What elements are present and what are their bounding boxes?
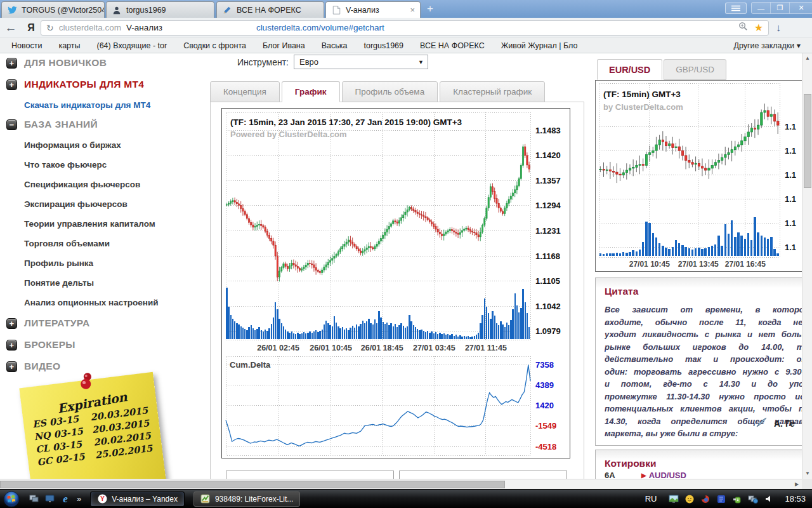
close-button[interactable]: ✕ [790, 3, 812, 13]
sidebar-section-indicators[interactable]: +ИНДИКАТОРЫ ДЛЯ МТ4 [6, 79, 209, 90]
scroll-up-icon[interactable]: ▲ [802, 53, 812, 64]
address-bar: ← Я ↻ clusterdelta.com V-анализ clusterd… [0, 18, 812, 38]
taskbar-button-liteforex[interactable]: 938489: LiteForex-Lit... [193, 491, 300, 507]
vertical-scroll-thumb[interactable] [804, 94, 811, 188]
bookmark-item[interactable]: Новости [11, 41, 42, 50]
sidebar-item-expiration[interactable]: Экспирация фьючерсов [24, 199, 209, 209]
new-tab-button[interactable]: + [422, 3, 438, 15]
pencil-icon [222, 5, 232, 15]
content-tabs: Концепция График Профиль объема Кластерн… [210, 81, 545, 102]
sidebar-item-capital[interactable]: Теории управления капиталом [24, 219, 209, 229]
language-indicator[interactable]: RU [645, 494, 657, 504]
vertical-scrollbar[interactable]: ▲ ▼ [802, 53, 812, 479]
svg-text:(TF: 15min, 23 Jan 2015 17:30,: (TF: 15min, 23 Jan 2015 17:30, 27 Jan 20… [230, 117, 462, 127]
volume-tray-icon[interactable] [764, 494, 774, 504]
sidebar-item-futures[interactable]: Что такое фьючерс [24, 160, 209, 170]
svg-text:Powered by ClusterDelta.com: Powered by ClusterDelta.com [230, 130, 347, 139]
tab-cluster-chart[interactable]: Кластерный график [440, 81, 545, 102]
scroll-down-icon[interactable]: ▼ [802, 469, 812, 479]
sidebar-link-download-indicators[interactable]: Скачать индикаторы для МТ4 [24, 100, 209, 110]
instrument-row: Инструмент: Евро ▼ [209, 55, 590, 69]
picture-viewer-tray-icon[interactable] [669, 494, 679, 504]
restore-button[interactable]: ❐ [771, 3, 790, 13]
clock[interactable]: 18:53 [785, 494, 806, 504]
svg-text:1420: 1420 [535, 401, 554, 410]
network-tray-icon[interactable] [748, 494, 758, 504]
swirl-tray-icon[interactable] [700, 494, 710, 504]
main-chart-frame: 1.14831.14201.13571.12941.12311.11681.11… [221, 108, 570, 458]
quick-launch: e [29, 494, 70, 504]
sidebar-item-delta[interactable]: Понятие дельты [24, 278, 209, 288]
sidebar-item-exchanges[interactable]: Информация о биржах [24, 140, 209, 150]
sidebar-item-options[interactable]: Анализ опционных настроений [24, 298, 209, 307]
svg-text:7358: 7358 [535, 360, 554, 370]
bookmark-item[interactable]: Живой Журнал | Бло [501, 41, 578, 50]
minimize-button[interactable]: — [752, 3, 771, 13]
tab-gbpusd[interactable]: GBP/USD [664, 59, 726, 80]
tab-volume-profile[interactable]: Профиль объема [342, 81, 438, 102]
tab-eurusd[interactable]: EUR/USD [597, 59, 662, 80]
sidebar-section-knowledge[interactable]: −БАЗА ЗНАНИЙ [6, 119, 209, 130]
plus-icon[interactable]: + [6, 318, 17, 329]
horizontal-scroll-thumb[interactable] [0, 481, 505, 488]
show-desktop-icon[interactable] [29, 494, 39, 504]
plus-icon[interactable]: + [6, 79, 17, 90]
sidebar-item-futures-spec[interactable]: Спецификация фьючерсов [24, 180, 209, 189]
blue-app-tray-icon[interactable] [716, 494, 726, 504]
plus-icon[interactable]: + [6, 361, 17, 372]
url-field[interactable]: ↻ clusterdelta.com V-анализ clusterdelta… [41, 20, 769, 36]
svg-text:1.1483: 1.1483 [535, 126, 561, 135]
sidebar-section-novice[interactable]: +ДЛЯ НОВИЧКОВ [6, 57, 209, 69]
explorer-icon[interactable] [44, 494, 55, 504]
site-button[interactable]: clusterdelta.com [59, 23, 121, 32]
agent-tray-icon[interactable] [684, 494, 695, 504]
bookmark-item[interactable]: (64) Входящие - tor [96, 41, 167, 50]
window-controls: — ❐ ✕ [751, 2, 812, 14]
bookmark-item[interactable]: Васька [322, 41, 348, 50]
zoom-search-icon[interactable] [738, 22, 748, 34]
taskbar-button-yandex[interactable]: Y V-анализ – Yandex [90, 491, 185, 507]
sidebar-item-market-profile[interactable]: Профиль рынка [24, 258, 209, 268]
internet-explorer-icon[interactable]: e [60, 494, 70, 504]
other-bookmarks-button[interactable]: Другие закладки ▾ [733, 41, 801, 50]
reload-icon[interactable]: ↻ [46, 23, 54, 33]
bookmark-item[interactable]: ВСЕ НА ФОРЕКС [420, 41, 485, 50]
download-icon[interactable]: ↓ [769, 22, 788, 34]
tab-chart[interactable]: График [282, 81, 340, 102]
pen-icon [756, 417, 768, 430]
tab-close-icon[interactable]: × [406, 5, 415, 15]
page-icon [331, 5, 341, 15]
browser-tab-torgus1969[interactable]: torgus1969 [106, 1, 214, 18]
tab-concept[interactable]: Концепция [210, 81, 280, 102]
back-button[interactable]: ← [0, 21, 22, 35]
instrument-label: Инструмент: [209, 57, 289, 67]
url-text[interactable]: clusterdelta.com/volume#getchart [256, 23, 384, 32]
pair-tabs: EUR/USD GBP/USD [597, 59, 726, 80]
bookmark-item[interactable]: Сводки с фронта [183, 41, 246, 50]
tab-list-button[interactable] [725, 3, 747, 14]
browser-tab-v-analiz[interactable]: V-анализ × [325, 1, 421, 18]
sidebar-section-video[interactable]: +ВИДЕО [6, 361, 209, 372]
scroll-right-icon[interactable]: ▶ [792, 479, 802, 490]
browser-tab-forex[interactable]: ВСЕ НА ФОРЕКС [216, 1, 324, 18]
taskbar-chevron[interactable]: » [77, 494, 81, 504]
browser-tab-torgus[interactable]: TORGUS (@Victor2504 [1, 1, 105, 18]
usb-eject-tray-icon[interactable] [732, 494, 742, 504]
bookmark-item[interactable]: карты [58, 41, 80, 50]
bookmark-item[interactable]: Блог Ивана [263, 41, 305, 50]
sidebar-section-literature[interactable]: +ЛИТЕРАТУРА [6, 318, 209, 329]
bookmarks-bar: Новости карты (64) Входящие - tor Сводки… [0, 38, 812, 53]
minus-icon[interactable]: − [6, 119, 17, 130]
yandex-logo[interactable]: Я [22, 22, 41, 34]
bookmark-item[interactable]: torgus1969 [363, 41, 403, 50]
plus-icon[interactable]: + [6, 340, 17, 351]
instrument-select[interactable]: Евро ▼ [294, 55, 428, 69]
tab-label: TORGUS (@Victor2504 [22, 6, 105, 15]
start-button[interactable] [2, 490, 21, 508]
bookmark-star-icon[interactable]: ★ [754, 22, 763, 34]
sidebar-section-brokers[interactable]: +БРОКЕРЫ [6, 339, 209, 351]
browser-titlebar: TORGUS (@Victor2504 torgus1969 ВСЕ НА ФО… [0, 0, 812, 18]
sidebar-item-volumes[interactable]: Торговля объемами [24, 239, 209, 248]
plus-icon[interactable]: + [6, 58, 17, 69]
horizontal-scrollbar[interactable]: ▶ [0, 479, 802, 489]
